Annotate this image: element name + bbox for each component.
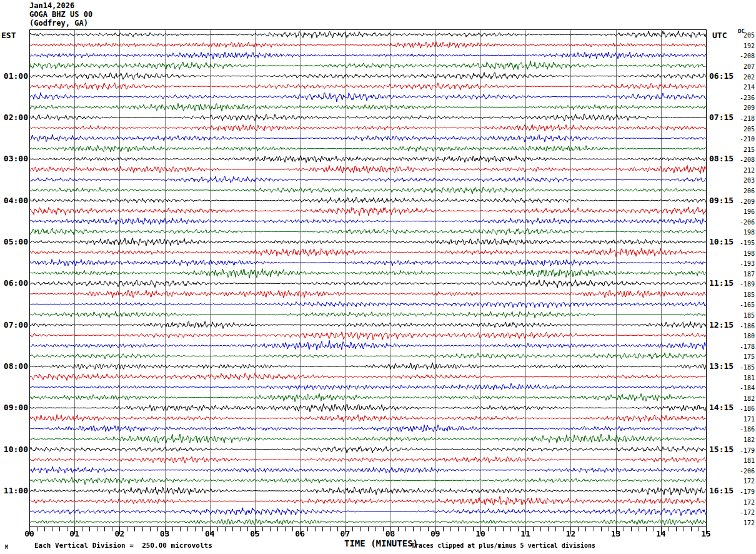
dc-value: -210 — [736, 136, 755, 143]
dc-value: 172 — [736, 478, 755, 485]
dc-value: 171 — [736, 416, 755, 423]
dc-value: 192 — [736, 43, 755, 49]
dc-value: 209 — [736, 105, 755, 111]
x-tick-label: 15 — [697, 529, 715, 538]
dc-value: 180 — [736, 333, 755, 340]
dc-value: -236 — [736, 95, 755, 101]
x-tick-label: 01 — [65, 529, 84, 538]
x-tick-label: 02 — [110, 529, 129, 538]
x-tick-label: 08 — [381, 529, 400, 538]
hour-label-left: 05:00 — [0, 238, 28, 246]
header-block: Jan14,2026GOGA BHZ US 00(Godfrey, GA) — [29, 1, 92, 28]
dc-value: -172 — [736, 510, 755, 516]
dc-value: -186 — [736, 406, 755, 412]
dc-value: 187 — [736, 271, 755, 278]
dc-value: 185 — [736, 313, 755, 319]
hour-label-left: 07:00 — [0, 321, 28, 330]
dc-value: 182 — [736, 437, 755, 443]
dc-value: 214 — [736, 84, 755, 91]
hour-label-left: 02:00 — [0, 113, 28, 122]
clip-note: Traces clipped at plus/minus 5 vertical … — [411, 542, 595, 549]
report-date: Jan14,2026 — [29, 1, 74, 10]
dc-value: 207 — [736, 64, 755, 70]
hour-label-left: 11:00 — [0, 486, 28, 495]
dc-value: -195 — [736, 240, 755, 246]
hour-label-left: 09:00 — [0, 403, 28, 412]
x-tick-label: 00 — [20, 529, 39, 538]
dc-value: 206 — [736, 188, 755, 194]
x-tick-label: 10 — [471, 529, 490, 538]
dc-value: 185 — [736, 292, 755, 298]
dc-value: 203 — [736, 178, 755, 184]
x-axis-title: TIME (MINUTES) — [341, 538, 422, 548]
hour-label-left: 04:00 — [0, 196, 28, 205]
dc-value: -179 — [736, 448, 755, 454]
dc-value: 196 — [736, 209, 755, 215]
dc-value: 172 — [736, 520, 755, 526]
x-tick-label: 11 — [516, 529, 535, 538]
dc-value: 205 — [736, 126, 755, 133]
right-axis-header: UTC — [712, 31, 727, 40]
dc-value: 205 — [736, 33, 755, 39]
left-axis-header: EST — [1, 31, 16, 40]
dc-value: 181 — [736, 375, 755, 381]
dc-value: -208 — [736, 53, 755, 59]
dc-value: -189 — [736, 281, 755, 288]
dc-value: 215 — [736, 147, 755, 153]
dc-value: 202 — [736, 74, 755, 81]
dc-value: -184 — [736, 385, 755, 391]
dc-value: 198 — [736, 229, 755, 236]
dc-value: -178 — [736, 344, 755, 350]
dc-value: -206 — [736, 219, 755, 226]
hour-label-left: 10:00 — [0, 445, 28, 454]
hour-label-left: 01:00 — [0, 72, 28, 81]
x-tick-label: 09 — [426, 529, 445, 538]
x-tick-label: 06 — [291, 529, 309, 538]
dc-value: -218 — [736, 116, 755, 122]
dc-value: 198 — [736, 251, 755, 257]
dc-value: 182 — [736, 396, 755, 402]
x-tick-label: 14 — [652, 529, 670, 538]
seismogram-canvas — [29, 29, 707, 536]
dc-value: -206 — [736, 468, 755, 475]
dc-value: 172 — [736, 500, 755, 506]
dc-value: -193 — [736, 261, 755, 267]
dc-value: -208 — [736, 157, 755, 163]
x-tick-label: 07 — [336, 529, 354, 538]
hour-label-left: 03:00 — [0, 154, 28, 163]
station-location: (Godfrey, GA) — [29, 19, 88, 28]
heliplot-page: Jan14,2026GOGA BHZ US 00(Godfrey, GA) ES… — [0, 0, 756, 554]
dc-value: -209 — [736, 199, 755, 205]
dc-value: -179 — [736, 489, 755, 495]
dc-value: 175 — [736, 354, 755, 360]
dc-value: -185 — [736, 365, 755, 371]
dc-value: 181 — [736, 458, 755, 464]
dc-value: -186 — [736, 323, 755, 330]
dc-value: -165 — [736, 302, 755, 308]
x-tick-label: 03 — [156, 529, 174, 538]
x-tick-label: 05 — [246, 529, 264, 538]
x-tick-label: 13 — [607, 529, 625, 538]
watermark: M — [5, 545, 8, 550]
hour-label-left: 08:00 — [0, 362, 28, 371]
station-code: GOGA BHZ US 00 — [29, 10, 92, 19]
dc-value: -186 — [736, 426, 755, 433]
scale-note: Each Vertical Division = 250.00 microvol… — [34, 541, 212, 550]
dc-value: 212 — [736, 168, 755, 174]
x-tick-label: 12 — [561, 529, 580, 538]
hour-label-left: 06:00 — [0, 279, 28, 288]
x-tick-label: 04 — [201, 529, 219, 538]
